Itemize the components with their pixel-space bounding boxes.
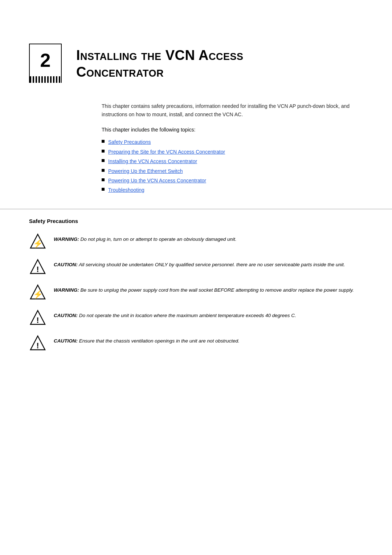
list-item: Powering Up the VCN Access Concentrator <box>102 177 363 185</box>
safety-section-title: Safety Precautions <box>29 218 363 224</box>
bullet-icon <box>102 150 105 153</box>
warnings-container: ⚡ WARNING: Do not plug in, turn on or at… <box>29 233 363 352</box>
topic-link[interactable]: Powering Up the VCN Access Concentrator <box>108 177 206 185</box>
chapter-header: 2 Installing the VCN Access Concentrator <box>0 0 392 102</box>
list-item: Powering Up the Ethernet Switch <box>102 167 363 175</box>
page: 2 Installing the VCN Access Concentrator… <box>0 0 392 555</box>
list-item: Safety Precautions <box>102 138 363 146</box>
svg-text:!: ! <box>36 341 39 350</box>
warning-item: ⚡ WARNING: Do not plug in, turn on or at… <box>29 233 363 250</box>
warning-text: CAUTION: Do not operate the unit in loca… <box>54 309 296 319</box>
warning-text: CAUTION: All servicing should be underta… <box>54 258 345 268</box>
warning-text: CAUTION: Ensure that the chassis ventila… <box>54 335 240 345</box>
caution-icon: ! <box>29 335 46 352</box>
caution-icon: ! <box>29 258 46 276</box>
svg-text:⚡: ⚡ <box>33 239 43 248</box>
topic-link[interactable]: Installing the VCN Access Concentrator <box>108 157 197 165</box>
warning-icon: ⚡ <box>29 233 46 250</box>
bullet-icon <box>102 140 105 143</box>
bullet-icon <box>102 169 105 172</box>
warning-text: WARNING: Be sure to unplug the power sup… <box>54 284 354 294</box>
bullet-icon <box>102 159 105 162</box>
topic-link[interactable]: Powering Up the Ethernet Switch <box>108 167 183 175</box>
chapter-number: 2 <box>40 51 51 70</box>
warning-item: ! CAUTION: All servicing should be under… <box>29 258 363 276</box>
warning-item: ! CAUTION: Ensure that the chassis venti… <box>29 335 363 352</box>
chapter-title: Installing the VCN Access Concentrator <box>76 44 244 80</box>
bullet-icon <box>102 178 105 181</box>
list-item: Installing the VCN Access Concentrator <box>102 157 363 165</box>
bullet-icon <box>102 188 105 191</box>
topics-heading: This chapter includes the following topi… <box>102 126 363 134</box>
chapter-number-box: 2 <box>29 44 62 76</box>
intro-paragraph1: This chapter contains safety precautions… <box>102 102 363 118</box>
svg-text:!: ! <box>36 316 39 325</box>
warning-item: ⚡ WARNING: Be sure to unplug the power s… <box>29 284 363 301</box>
topic-link[interactable]: Safety Precautions <box>108 138 151 146</box>
list-item: Preparing the Site for the VCN Access Co… <box>102 148 363 156</box>
caution-icon: ! <box>29 309 46 327</box>
warning-icon: ⚡ <box>29 284 46 301</box>
safety-section: Safety Precautions ⚡ WARNING: Do not plu… <box>0 218 392 382</box>
topic-link[interactable]: Preparing the Site for the VCN Access Co… <box>108 148 225 156</box>
topic-link[interactable]: Troubleshooting <box>108 186 144 194</box>
warning-item: ! CAUTION: Do not operate the unit in lo… <box>29 309 363 327</box>
topics-list: Safety PrecautionsPreparing the Site for… <box>102 138 363 194</box>
warning-text: WARNING: Do not plug in, turn on or atte… <box>54 233 237 243</box>
svg-text:⚡: ⚡ <box>33 289 43 299</box>
chapter-title-text: Installing the VCN Access Concentrator <box>76 47 244 80</box>
svg-text:!: ! <box>36 265 39 274</box>
section-divider <box>0 209 392 209</box>
list-item: Troubleshooting <box>102 186 363 194</box>
main-content: This chapter contains safety precautions… <box>0 102 392 194</box>
